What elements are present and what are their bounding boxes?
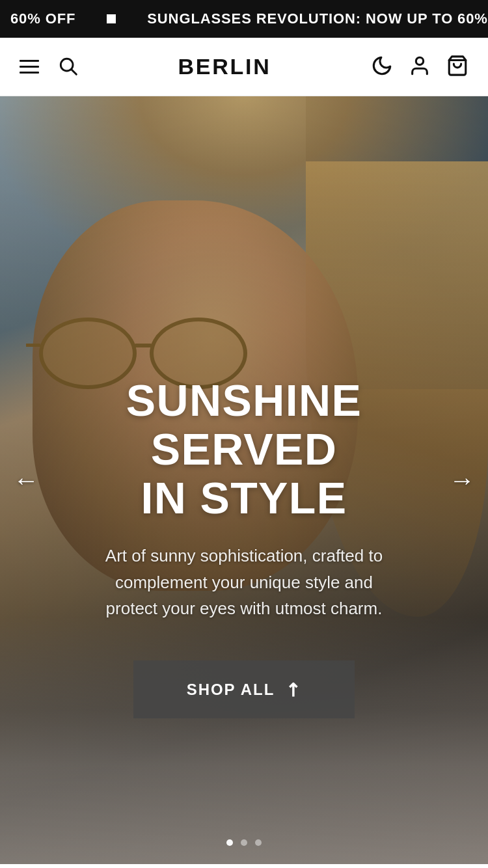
menu-button[interactable]	[20, 60, 39, 74]
hero-dots	[0, 839, 488, 846]
hero-section: ← SUNSHINE SERVED IN STYLE Art of sunny …	[0, 96, 488, 864]
hero-title: SUNSHINE SERVED IN STYLE	[39, 376, 449, 522]
darkmode-button[interactable]	[371, 55, 393, 79]
hero-dot-2[interactable]	[241, 839, 247, 846]
hero-content: SUNSHINE SERVED IN STYLE Art of sunny so…	[0, 376, 488, 718]
search-button[interactable]	[57, 55, 78, 79]
hero-subtitle: Art of sunny sophistication, crafted to …	[88, 543, 400, 621]
svg-point-2	[416, 57, 423, 64]
announcement-text-2: SUNGLASSES REVOLUTION: NOW UP TO 60% OFF	[137, 10, 488, 27]
header-right	[371, 55, 468, 79]
cart-button[interactable]	[446, 55, 468, 79]
svg-line-1	[72, 70, 76, 74]
shop-all-button[interactable]: SHOP ALL ↗	[133, 660, 355, 718]
announcement-text: 60% OFF	[0, 10, 86, 27]
account-button[interactable]	[409, 55, 431, 79]
hero-next-button[interactable]: →	[449, 466, 475, 495]
shop-all-label: SHOP ALL	[187, 681, 275, 699]
hero-title-line2: IN STYLE	[141, 473, 347, 522]
announcement-bar: 60% OFF SUNGLASSES REVOLUTION: NOW UP TO…	[0, 0, 488, 38]
header-left	[20, 55, 78, 79]
announcement-dot	[107, 14, 116, 23]
site-logo[interactable]: BERLIN	[178, 54, 271, 79]
header: BERLIN	[0, 38, 488, 96]
shop-all-arrow-icon: ↗	[280, 676, 306, 703]
hero-title-line1: SUNSHINE SERVED	[126, 375, 362, 474]
hero-dot-3[interactable]	[255, 839, 262, 846]
hero-dot-1[interactable]	[226, 839, 233, 846]
